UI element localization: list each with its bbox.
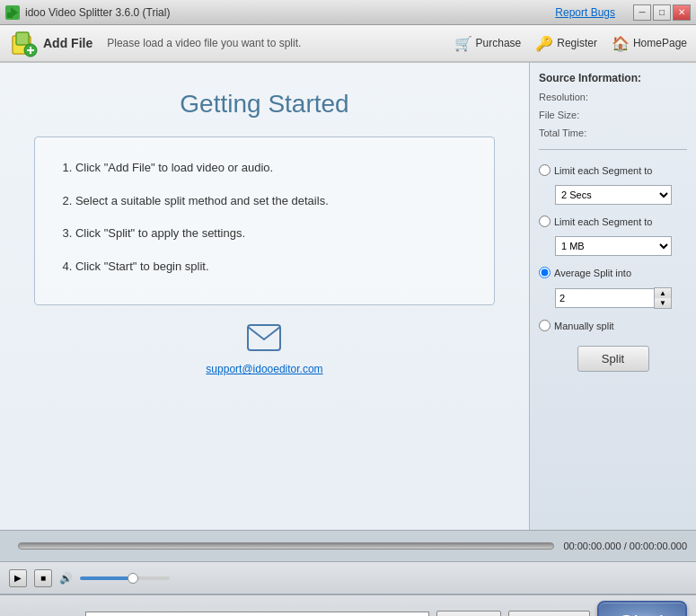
main-layout: Getting Started 1. Click "Add File" to l…: [0, 63, 696, 530]
spinbox-controls: ▲ ▼: [654, 287, 672, 309]
total-time-label: Total Time:: [539, 128, 687, 138]
email-icon: [246, 323, 282, 359]
content-area: Getting Started 1. Click "Add File" to l…: [0, 63, 530, 530]
segment-size-label: Limit each Segment to: [554, 216, 652, 227]
maximize-button[interactable]: □: [653, 4, 671, 21]
source-info-label: Source Information:: [539, 72, 687, 84]
homepage-link[interactable]: 🏠 HomePage: [612, 35, 687, 52]
minimize-button[interactable]: ─: [633, 4, 651, 21]
timeline-track[interactable]: [18, 542, 554, 550]
segment-size-dropdown-row: 1 MB 5 MB 10 MB 50 MB 100 MB: [555, 236, 687, 256]
instructions-box: 1. Click "Add File" to load video or aud…: [34, 136, 494, 305]
email-section: support@idooeditor.com: [206, 323, 322, 375]
home-icon: 🏠: [612, 35, 630, 52]
average-split-spinbox-row: ▲ ▼: [555, 287, 687, 309]
spin-up-button[interactable]: ▲: [655, 288, 671, 298]
segment-time-label: Limit each Segment to: [554, 165, 652, 176]
controls-area: ▶ ■ 🔊: [0, 562, 696, 594]
timeline-area: 00:00:00.000 / 00:00:00.000: [0, 530, 696, 562]
instruction-1: 1. Click "Add File" to load video or aud…: [62, 155, 466, 181]
volume-icon: 🔊: [59, 572, 73, 585]
segment-size-option[interactable]: Limit each Segment to: [539, 216, 687, 227]
cart-icon: 🛒: [454, 35, 472, 52]
report-bugs-link[interactable]: Report Bugs: [555, 6, 615, 19]
add-file-label: Add File: [43, 36, 93, 50]
average-split-input[interactable]: [555, 288, 654, 308]
email-link[interactable]: support@idooeditor.com: [206, 363, 322, 375]
volume-slider[interactable]: [80, 576, 170, 580]
app-icon: [5, 5, 20, 20]
segment-time-option[interactable]: Limit each Segment to: [539, 164, 687, 176]
purchase-link[interactable]: 🛒 Purchase: [454, 35, 522, 52]
app-title: idoo Video Splitter 3.6.0 (Trial): [25, 6, 170, 19]
svg-rect-3: [16, 32, 29, 45]
split-button[interactable]: Split: [577, 346, 649, 372]
browse-button[interactable]: Browse...: [436, 611, 501, 617]
title-bar-left: idoo Video Splitter 3.6.0 (Trial): [5, 5, 170, 20]
time-display: 00:00:00.000 / 00:00:00.000: [563, 541, 687, 551]
title-bar: idoo Video Splitter 3.6.0 (Trial) Report…: [0, 0, 696, 25]
manual-split-option[interactable]: Manually split: [539, 320, 687, 331]
register-label: Register: [557, 37, 597, 49]
instruction-2: 2. Select a suitable split method and se…: [62, 189, 466, 215]
bottom-bar: Output Folder: Browse... Open Output Sta…: [0, 594, 696, 616]
segment-size-radio[interactable]: [539, 216, 551, 227]
average-split-radio[interactable]: [539, 267, 551, 278]
right-panel: Source Information: Resolution: File Siz…: [530, 63, 696, 530]
spin-down-button[interactable]: ▼: [655, 298, 671, 308]
add-file-button[interactable]: Add File: [9, 29, 93, 57]
play-button[interactable]: ▶: [9, 569, 27, 587]
divider-1: [539, 149, 687, 150]
toolbar: Add File Please load a video file you wa…: [0, 25, 696, 63]
segment-time-dropdown-row: 2 Secs 5 Secs 10 Secs 30 Secs 60 Secs: [555, 185, 687, 205]
toolbar-right: 🛒 Purchase 🔑 Register 🏠 HomePage: [454, 35, 687, 52]
instruction-3: 3. Click "Split" to apply the settings.: [62, 221, 466, 247]
close-button[interactable]: ✕: [673, 4, 691, 21]
homepage-label: HomePage: [633, 37, 687, 49]
window-controls: ─ □ ✕: [633, 4, 691, 21]
svg-marker-1: [11, 7, 18, 18]
average-split-label: Average Split into: [554, 268, 631, 278]
start-button[interactable]: Start: [597, 601, 687, 617]
file-size-label: File Size:: [539, 110, 687, 120]
stop-button[interactable]: ■: [34, 569, 52, 587]
add-file-icon: [9, 29, 38, 57]
register-link[interactable]: 🔑 Register: [535, 35, 597, 52]
getting-started-title: Getting Started: [180, 90, 348, 119]
manual-split-label: Manually split: [554, 321, 614, 331]
resolution-label: Resolution:: [539, 92, 687, 102]
open-output-button[interactable]: Open Output: [508, 611, 590, 617]
purchase-label: Purchase: [476, 37, 522, 49]
average-split-option[interactable]: Average Split into: [539, 267, 687, 278]
toolbar-hint: Please load a video file you want to spl…: [107, 37, 439, 49]
segment-time-radio[interactable]: [539, 164, 551, 176]
output-path-input[interactable]: [85, 612, 430, 617]
svg-rect-7: [248, 325, 280, 350]
register-icon: 🔑: [535, 35, 553, 52]
segment-size-select[interactable]: 1 MB 5 MB 10 MB 50 MB 100 MB: [555, 236, 672, 256]
manual-split-radio[interactable]: [539, 320, 551, 331]
segment-time-select[interactable]: 2 Secs 5 Secs 10 Secs 30 Secs 60 Secs: [555, 185, 672, 205]
instruction-4: 4. Click "Start" to begin split.: [62, 254, 466, 280]
